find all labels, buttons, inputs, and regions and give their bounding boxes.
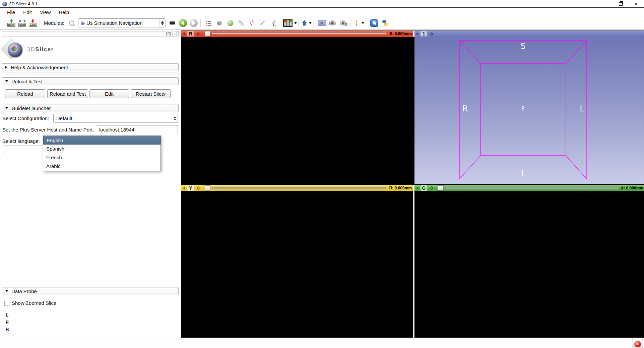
green-slice-viewport[interactable] [414,191,644,338]
show-zoomed-slice-checkbox[interactable] [4,301,9,306]
reload-and-test-button[interactable]: Reload and Test [47,89,88,98]
guidelet-section-header[interactable]: Guidelet launcher [2,104,179,112]
models-sphere-icon [227,20,233,26]
slice-slider-groove[interactable] [445,187,618,189]
restore-button[interactable] [613,0,628,7]
minimize-button[interactable] [597,0,613,7]
reload-button[interactable]: Reload [5,89,45,98]
slice-slider-groove[interactable] [212,187,387,189]
help-section-header[interactable]: Help & Acknowledgement [2,63,179,71]
config-combobox[interactable]: Default [53,114,178,123]
load-data-button[interactable]: DATA [6,18,16,28]
menu-view[interactable]: View [36,8,55,16]
slice-slider-handle[interactable] [205,185,210,190]
threed-viewport[interactable]: S R P L I [414,37,644,184]
scene-view-button[interactable] [328,18,338,28]
save-button[interactable]: SAVE [28,18,38,28]
extensions-button[interactable] [369,18,379,28]
layout-button[interactable] [283,18,297,28]
toolbar-grip [200,19,202,27]
toolbar-grip [280,19,281,27]
dicom-button[interactable]: DCM [17,18,27,28]
markup-pencil-button[interactable] [268,18,278,28]
float-panel-button[interactable] [166,32,171,36]
scene-view-restore-button[interactable] [338,18,348,28]
subject-hierarchy-button[interactable] [204,18,214,28]
slicer-logo-text: 3DSlicer [27,47,54,53]
modules-label: Modules: [44,20,64,26]
show-zoomed-slice-label: Show Zoomed Slice [12,300,56,306]
volumes-button[interactable] [214,18,224,28]
app-icon [2,2,7,6]
slice-slider-handle[interactable] [438,185,444,190]
pencil-icon [259,19,266,27]
crosshair-icon [353,20,360,26]
module-history-button[interactable] [167,18,177,28]
collapse-controller-icon[interactable] [416,32,418,35]
markup-pencil-icon [269,19,277,27]
language-dropdown-list: English Spanish French Arabic [43,136,161,171]
module-search-button[interactable] [67,18,77,28]
server-input[interactable] [97,125,178,134]
module-back-button[interactable] [178,18,188,28]
language-option-english[interactable]: English [43,136,160,145]
load-data-icon: DATA [7,19,16,27]
slicer-logo-icon [3,39,24,60]
puzzle-icon [80,21,85,25]
dataprobe-section-header[interactable]: Data Probe [2,287,179,295]
config-label: Select Configuration: [2,115,49,121]
pin-icon[interactable] [196,186,200,190]
red-slice-viewport[interactable] [181,37,413,184]
reload-section-title: Reload & Test [11,79,43,84]
screenshot-button[interactable] [317,18,327,28]
module-forward-button[interactable] [189,18,199,28]
slice-slider-handle[interactable] [205,31,210,36]
language-combobox-partial[interactable] [3,146,44,154]
reload-section-header[interactable]: Reload & Test [2,77,179,85]
toolbar-grip [366,19,368,27]
modules-combobox[interactable]: Us Simulation Navigation [78,18,166,27]
place-point-button[interactable] [302,18,312,28]
collapse-controller-icon[interactable] [183,187,185,189]
restart-slicer-button[interactable]: Restart Slicer [131,89,171,98]
red-view-label[interactable]: R [187,31,194,36]
models-button[interactable] [225,18,235,28]
slice-slider-groove[interactable] [212,33,387,34]
language-option-french[interactable]: French [43,153,160,162]
yellow-slice-viewport[interactable] [181,191,413,338]
config-combobox-value: Default [54,115,172,121]
collapse-controller-icon[interactable] [416,187,418,189]
error-log-button[interactable]: × [632,339,643,348]
yellow-view-label[interactable]: Y [187,185,194,191]
crosshair-button[interactable] [353,18,364,28]
menu-help[interactable]: Help [55,8,73,16]
pin-icon[interactable] [430,186,434,190]
editor-button[interactable] [257,18,267,28]
menu-file[interactable]: File [3,8,19,16]
up-arrow-icon [302,20,307,26]
window-controls: × [597,0,644,7]
collapse-controller-icon[interactable] [183,32,185,35]
fiducials-button[interactable] [247,18,257,28]
red-slice-offset: S: 0.000mm [389,31,412,36]
title-bar: 3D Slicer 4.8.1 × [0,0,644,8]
close-button[interactable]: × [628,0,644,7]
measurements-button[interactable] [236,18,246,28]
application-window: 3D Slicer 4.8.1 × File Edit View Help DA… [0,0,644,348]
view-splitter[interactable] [413,30,414,37]
dropdown-arrow-icon [294,22,297,24]
language-option-arabic[interactable]: Arabic [43,162,160,171]
python-console-button[interactable] [380,18,390,28]
green-view-label[interactable]: G [421,185,427,191]
collapse-arrow-icon [5,80,8,82]
menu-edit[interactable]: Edit [19,8,36,16]
close-panel-button[interactable]: × [173,32,177,36]
red-slice-controller: R S: 0.000mm [181,30,413,37]
pin-icon[interactable] [430,32,434,36]
tree-view-icon [205,20,212,26]
language-option-spanish[interactable]: Spanish [43,145,160,153]
dropdown-arrow-icon [362,22,364,24]
edit-button[interactable]: Edit [89,89,129,98]
pin-icon[interactable] [196,32,200,36]
threed-view-label[interactable]: 1 [421,31,427,36]
